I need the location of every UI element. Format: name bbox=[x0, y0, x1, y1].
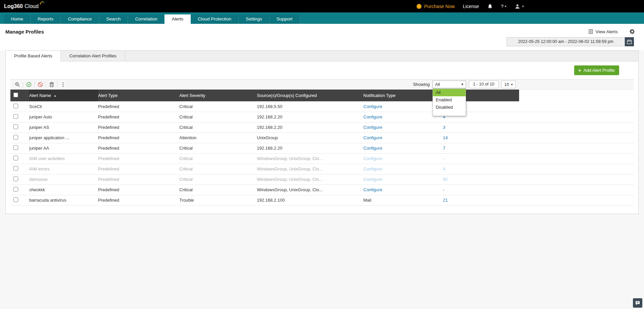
status-filter-select[interactable]: All ▾ All Enabled Disabled bbox=[432, 81, 466, 88]
row-checkbox[interactable] bbox=[13, 135, 18, 140]
license-link[interactable]: License bbox=[463, 4, 479, 9]
dropdown-option-enabled[interactable]: Enabled bbox=[433, 96, 466, 104]
nav-tab-alerts[interactable]: Alerts bbox=[165, 14, 191, 24]
alert-count-link[interactable]: 21 bbox=[443, 198, 448, 203]
cell-alert-severity: Critical bbox=[179, 101, 257, 112]
cell-source: WindowsGroup, UnixGroup, Clo... bbox=[257, 174, 363, 185]
table-row: checkkk Predefined Critical WindowsGroup… bbox=[10, 185, 634, 195]
user-menu[interactable]: ▾ bbox=[514, 3, 524, 9]
help-icon: ? bbox=[501, 3, 504, 9]
table-row: juniper AS Predefined Critical 192.168.2… bbox=[10, 122, 634, 133]
nav-tab-search[interactable]: Search bbox=[99, 14, 128, 24]
calendar-icon[interactable] bbox=[625, 37, 634, 46]
topbar-actions: Purchase Now License ? ▾ ▾ bbox=[416, 3, 524, 9]
delete-trash-icon[interactable] bbox=[46, 82, 57, 88]
cell-alert-type: Predefined bbox=[98, 195, 179, 205]
column-notification-type[interactable]: Notification Type bbox=[363, 90, 443, 101]
nav-tab-home[interactable]: Home bbox=[4, 14, 31, 24]
date-range-input[interactable]: 2022-05-25 12:00:00 am - 2022-06-02 11:5… bbox=[507, 37, 625, 46]
alert-count-link[interactable]: 4 bbox=[443, 166, 445, 171]
row-checkbox[interactable] bbox=[13, 124, 18, 129]
cell-source: 192.168.2.20 bbox=[257, 112, 363, 122]
tab-correlation-alert-profiles[interactable]: Correlation Alert Profiles bbox=[61, 51, 125, 61]
alert-count-link[interactable]: 3 bbox=[443, 125, 445, 130]
page-header-actions: View Alerts bbox=[588, 29, 635, 35]
row-checkbox[interactable] bbox=[13, 176, 18, 181]
chevron-down-icon: ▾ bbox=[461, 82, 463, 87]
page-size-value: 10 bbox=[504, 82, 509, 87]
search-filter-icon[interactable] bbox=[12, 82, 23, 88]
settings-gear-icon[interactable] bbox=[629, 29, 635, 35]
configure-link[interactable]: Configure bbox=[363, 187, 382, 192]
add-profile-row: + Add Alert Profile bbox=[6, 61, 638, 79]
notifications-bell-icon[interactable] bbox=[487, 3, 493, 9]
nav-tab-reports[interactable]: Reports bbox=[31, 14, 61, 24]
configure-link[interactable]: Configure bbox=[363, 156, 382, 161]
cell-source: 192.168.2.20 bbox=[257, 143, 363, 153]
dropdown-option-disabled[interactable]: Disabled bbox=[433, 104, 466, 111]
add-alert-profile-label: Add Alert Profile bbox=[584, 68, 615, 73]
nav-tab-compliance[interactable]: Compliance bbox=[61, 14, 99, 24]
configure-link[interactable]: Configure bbox=[363, 146, 382, 151]
row-checkbox[interactable] bbox=[13, 114, 18, 119]
view-alerts-button[interactable]: View Alerts bbox=[588, 29, 618, 34]
avatar-icon bbox=[514, 3, 520, 9]
alert-count-link[interactable]: 14 bbox=[443, 135, 448, 140]
dropdown-option-all[interactable]: All bbox=[433, 89, 466, 96]
page-header: Manage Profiles View Alerts bbox=[0, 24, 644, 36]
logo-text-secondary: Cloud bbox=[25, 3, 39, 9]
select-all-checkbox[interactable] bbox=[13, 93, 18, 97]
chevron-down-icon: ▾ bbox=[505, 4, 506, 8]
alert-count-link[interactable]: 92 bbox=[443, 177, 448, 182]
column-alert-name[interactable]: Alert Name▲ bbox=[29, 90, 98, 101]
nav-tab-settings[interactable]: Settings bbox=[239, 14, 270, 24]
table-toolbar: ⋮ Showing All ▾ All Enabled Disabled 1 -… bbox=[10, 79, 634, 90]
help-menu[interactable]: ? ▾ bbox=[501, 3, 506, 9]
cell-alert-type: Predefined bbox=[98, 153, 179, 164]
configure-link[interactable]: Configure bbox=[363, 166, 382, 171]
configure-link[interactable]: Configure bbox=[363, 177, 382, 182]
add-alert-profile-button[interactable]: + Add Alert Profile bbox=[574, 65, 619, 75]
main-nav: Home Reports Compliance Search Correlati… bbox=[0, 12, 644, 24]
row-checkbox[interactable] bbox=[13, 166, 18, 171]
plus-icon: + bbox=[579, 68, 581, 73]
disable-icon[interactable] bbox=[35, 82, 46, 88]
configure-link[interactable]: Configure bbox=[363, 135, 382, 140]
cell-alert-name: IAM user activities bbox=[29, 153, 98, 164]
enable-icon[interactable] bbox=[23, 82, 35, 88]
row-checkbox[interactable] bbox=[13, 187, 18, 192]
cell-alert-type: Predefined bbox=[98, 164, 179, 174]
page-size-select[interactable]: 10 ▾ bbox=[501, 81, 516, 88]
nav-tab-support[interactable]: Support bbox=[270, 14, 300, 24]
row-checkbox[interactable] bbox=[13, 104, 18, 108]
configure-link[interactable]: Configure bbox=[363, 114, 382, 119]
showing-label: Showing bbox=[413, 82, 430, 87]
view-alerts-label: View Alerts bbox=[595, 29, 618, 34]
alert-count-link[interactable]: 7 bbox=[443, 146, 445, 151]
nav-tab-correlation[interactable]: Correlation bbox=[128, 14, 165, 24]
cell-alert-name: juniper AS bbox=[29, 122, 98, 133]
more-options-kebab-icon[interactable]: ⋮ bbox=[57, 82, 69, 88]
purchase-now-link[interactable]: Purchase Now bbox=[416, 4, 455, 9]
table-row: juniper Asto Predefined Critical 192.168… bbox=[10, 112, 634, 122]
row-checkbox[interactable] bbox=[13, 145, 18, 150]
configure-link[interactable]: Configure bbox=[363, 104, 382, 109]
row-checkbox[interactable] bbox=[13, 197, 18, 202]
alert-count-empty: - bbox=[443, 156, 444, 161]
table-row: juniper application ... Predefined Atten… bbox=[10, 133, 634, 143]
header-filler bbox=[519, 90, 634, 101]
cell-alert-name: SceCli bbox=[29, 101, 98, 112]
column-alert-severity[interactable]: Alert Severity bbox=[179, 90, 257, 101]
nav-tab-cloud-protection[interactable]: Cloud Protection bbox=[191, 14, 239, 24]
tab-profile-based-alerts[interactable]: Profile Based Alerts bbox=[6, 51, 61, 61]
logo-text-primary: Log360 bbox=[4, 3, 23, 9]
row-checkbox[interactable] bbox=[13, 156, 18, 160]
cell-alert-name: juniper AA bbox=[29, 143, 98, 153]
column-alert-type[interactable]: Alert Type bbox=[98, 90, 179, 101]
alert-profiles-table: Alert Name▲ Alert Type Alert Severity So… bbox=[10, 90, 634, 206]
feedback-chat-button[interactable] bbox=[633, 298, 642, 308]
column-source-configured[interactable]: Source(s)/Group(s) Configured bbox=[257, 90, 363, 101]
alerts-panel: Profile Based Alerts Correlation Alert P… bbox=[5, 50, 639, 214]
cell-alert-type: Predefined bbox=[98, 133, 179, 143]
configure-link[interactable]: Configure bbox=[363, 125, 382, 130]
